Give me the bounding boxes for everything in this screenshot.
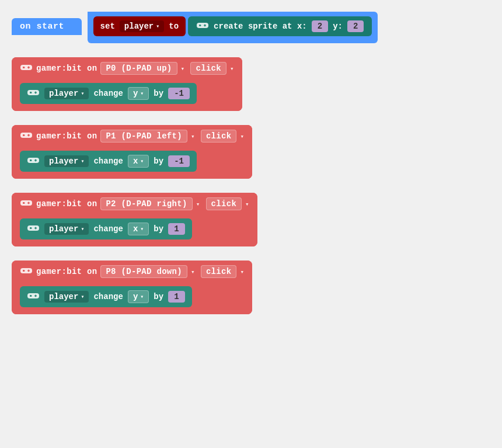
player-dropdown-inner-right[interactable]: ▾	[81, 225, 84, 232]
svg-point-30	[27, 134, 29, 136]
gamepad-icon-inner-up	[27, 88, 40, 99]
event-dropdown-up[interactable]: ▾	[181, 65, 185, 72]
y-label: y:	[333, 22, 343, 31]
pin-pill-down[interactable]: P8 (D-PAD down)	[100, 265, 187, 278]
value-pill-left[interactable]: -1	[168, 155, 190, 167]
player-dropdown-inner-up[interactable]: ▾	[81, 90, 84, 97]
player-pill[interactable]: player ▾	[120, 20, 164, 32]
player-dropdown-inner-left[interactable]: ▾	[81, 158, 84, 165]
gamepad-icon-inner-right	[27, 224, 40, 235]
player-label-inner-left: player	[49, 157, 78, 166]
player-dropdown-inner-down[interactable]: ▾	[81, 293, 84, 300]
action-dropdown-right[interactable]: ▾	[245, 200, 249, 208]
action-dropdown-down[interactable]: ▾	[240, 268, 244, 276]
set-label: set	[100, 22, 115, 31]
svg-point-70	[34, 295, 36, 296]
pin-label-down: P8 (D-PAD down)	[106, 267, 182, 276]
value-pill-down[interactable]: 1	[168, 291, 184, 303]
player-pill-inner-up[interactable]: player ▾	[44, 88, 89, 99]
action-label-down: click	[206, 267, 232, 276]
player-dropdown-arrow[interactable]: ▾	[156, 23, 159, 30]
y-value[interactable]: 2	[347, 20, 364, 32]
svg-point-31	[29, 134, 30, 136]
player-pill-inner-down[interactable]: player ▾	[44, 291, 89, 303]
svg-point-55	[36, 227, 37, 228]
value-pill-right[interactable]: 1	[168, 223, 184, 235]
svg-rect-24	[20, 133, 32, 138]
on-start-block: on start set player ▾ to	[12, 12, 490, 43]
event-header-up[interactable]: gamer:bit on P0 (D-PAD up) ▾ click ▾	[12, 57, 242, 79]
event-dropdown-left[interactable]: ▾	[191, 133, 195, 140]
event-outer-left: gamer:bit on P1 (D-PAD left) ▾ click ▾	[12, 125, 252, 179]
inner-teal-right: player ▾ change x ▾ by 1	[20, 218, 192, 239]
on-start-header[interactable]: on start	[12, 18, 82, 35]
svg-point-62	[27, 270, 29, 271]
change-label-up: change	[93, 89, 123, 98]
svg-point-71	[36, 295, 37, 296]
svg-rect-40	[20, 200, 32, 206]
axis-pill-up[interactable]: y ▾	[128, 87, 149, 100]
pin-pill-left[interactable]: P1 (D-PAD left)	[100, 130, 187, 143]
event-block-left: gamer:bit on P1 (D-PAD left) ▾ click ▾	[12, 125, 490, 179]
svg-rect-11	[23, 67, 25, 68]
inner-teal-up: player ▾ change y ▾ by -1	[20, 83, 197, 104]
event-body-down: player ▾ change y ▾ by 1	[12, 283, 252, 314]
action-pill-up[interactable]: click	[190, 62, 226, 75]
action-pill-left[interactable]: click	[201, 130, 237, 143]
pin-label-up: P0 (D-PAD up)	[106, 64, 172, 73]
by-label-up: by	[154, 89, 163, 98]
axis-dropdown-right[interactable]: ▾	[140, 225, 144, 232]
svg-rect-3	[199, 25, 201, 26]
svg-point-39	[36, 159, 37, 161]
svg-rect-27	[23, 134, 25, 136]
action-pill-right[interactable]: click	[206, 197, 242, 210]
gamepad-icon-event-down	[20, 266, 33, 277]
change-label-right: change	[93, 224, 123, 234]
action-dropdown-left[interactable]: ▾	[240, 133, 244, 140]
svg-point-63	[29, 270, 30, 271]
event-dropdown-right[interactable]: ▾	[196, 200, 200, 208]
svg-point-7	[205, 25, 206, 26]
event-label-down: gamer:bit on	[36, 267, 97, 276]
svg-rect-48	[27, 225, 39, 231]
event-block-down: gamer:bit on P8 (D-PAD down) ▾ click ▾	[12, 261, 490, 314]
create-sprite-block: create sprite at x: 2 y: 2	[188, 16, 372, 36]
value-pill-up[interactable]: -1	[168, 88, 190, 99]
event-header-left[interactable]: gamer:bit on P1 (D-PAD left) ▾ click ▾	[12, 125, 252, 147]
event-header-right[interactable]: gamer:bit on P2 (D-PAD right) ▾ click ▾	[12, 193, 257, 215]
svg-point-23	[36, 92, 37, 93]
svg-point-46	[27, 202, 29, 203]
gamepad-icon-event-right	[20, 199, 33, 210]
svg-point-15	[29, 67, 30, 68]
event-dropdown-down[interactable]: ▾	[191, 268, 195, 276]
axis-pill-down[interactable]: y ▾	[128, 290, 149, 303]
action-dropdown-up[interactable]: ▾	[230, 65, 234, 72]
player-pill-inner-right[interactable]: player ▾	[44, 223, 89, 235]
event-label-right: gamer:bit on	[36, 199, 97, 209]
player-label: player	[124, 22, 154, 31]
player-label-inner-down: player	[49, 292, 78, 301]
event-block-up: gamer:bit on P0 (D-PAD up) ▾ click ▾	[12, 57, 490, 111]
axis-dropdown-left[interactable]: ▾	[140, 158, 144, 165]
event-outer-right: gamer:bit on P2 (D-PAD right) ▾ click ▾	[12, 193, 257, 246]
on-start-body: set player ▾ to	[88, 12, 378, 43]
pin-pill-right[interactable]: P2 (D-PAD right)	[100, 197, 192, 210]
pin-pill-up[interactable]: P0 (D-PAD up)	[100, 62, 177, 75]
svg-rect-59	[23, 270, 25, 271]
axis-dropdown-down[interactable]: ▾	[140, 293, 144, 300]
by-label-left: by	[154, 157, 163, 166]
event-body-up: player ▾ change y ▾ by -1	[12, 79, 242, 111]
event-outer-down: gamer:bit on P8 (D-PAD down) ▾ click ▾	[12, 261, 252, 314]
axis-dropdown-up[interactable]: ▾	[140, 90, 144, 97]
axis-pill-right[interactable]: x ▾	[128, 223, 149, 235]
x-value[interactable]: 2	[312, 20, 328, 32]
action-pill-down[interactable]: click	[201, 265, 237, 278]
axis-pill-left[interactable]: x ▾	[128, 155, 149, 168]
player-pill-inner-left[interactable]: player ▾	[44, 155, 89, 167]
event-header-down[interactable]: gamer:bit on P8 (D-PAD down) ▾ click ▾	[12, 261, 252, 283]
svg-point-14	[27, 67, 29, 68]
svg-rect-8	[20, 65, 32, 70]
event-label-left: gamer:bit on	[36, 131, 97, 141]
change-label-down: change	[93, 292, 123, 301]
svg-rect-51	[30, 227, 32, 228]
